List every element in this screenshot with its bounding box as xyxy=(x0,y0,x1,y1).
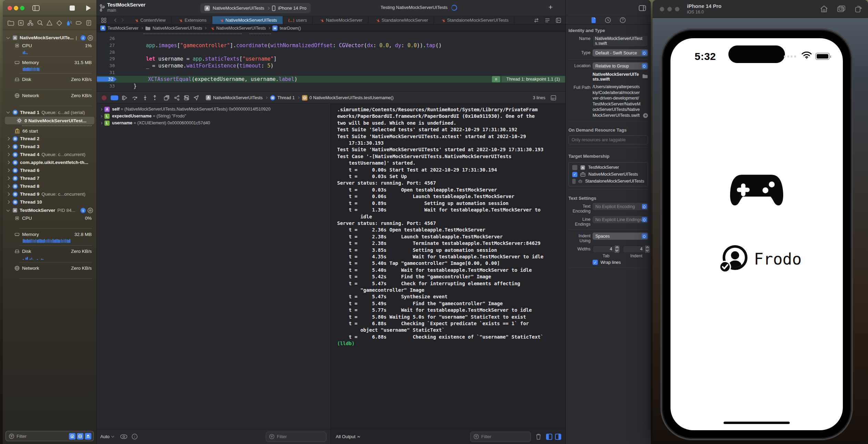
tab-NativeMockServer[interactable]: NativeMockServer xyxy=(313,16,368,24)
history-inspector-tab-icon[interactable] xyxy=(605,17,611,23)
lineendings-popup[interactable]: No Explicit Line Endings xyxy=(593,216,648,223)
minimize-window-button[interactable] xyxy=(667,7,672,11)
disclosure-chevron-icon[interactable] xyxy=(7,177,10,180)
step-over-button[interactable] xyxy=(132,92,138,104)
jumpbar-item[interactable]: NativeMockServerUITests xyxy=(145,26,202,31)
gauge-row-memory[interactable]: Memory32.8 MB xyxy=(3,231,97,238)
line-number[interactable]: 33 xyxy=(97,83,115,89)
step-out-button[interactable] xyxy=(152,92,158,104)
debug-breadcrumb-item[interactable]: 0 NativeMockServerUITests.testUsername() xyxy=(302,95,394,101)
report-navigator-tab[interactable] xyxy=(86,20,92,26)
forward-icon[interactable] xyxy=(120,19,124,22)
variables-view[interactable]: Aself = (NativeMockServerUITests.NativeM… xyxy=(97,104,331,429)
name-field[interactable]: NativeMockServerUITests.swift xyxy=(593,35,648,47)
target-checkbox[interactable]: ✓ xyxy=(572,172,577,177)
target-checkbox[interactable] xyxy=(572,165,577,170)
disclosure-chevron-icon[interactable] xyxy=(7,208,10,211)
close-window-button[interactable] xyxy=(8,6,12,10)
zoom-window-button[interactable] xyxy=(20,6,24,10)
code-line-33[interactable]: 33 } xyxy=(97,83,565,90)
wrap-lines-checkbox[interactable]: ✓ xyxy=(593,260,598,265)
toggle-inspector-icon[interactable] xyxy=(639,5,646,11)
stack-frame-row[interactable]: 66 start xyxy=(3,127,97,135)
navigator-filter-field[interactable]: Filter xyxy=(6,431,94,441)
process-row[interactable]: ATestMockServerPID 84...i xyxy=(3,206,97,215)
tab-NativeMockServerUITests[interactable]: NativeMockServerUITests xyxy=(212,16,283,24)
thread-row[interactable]: Thread 10 xyxy=(3,198,97,206)
target-membership-row[interactable]: StandaloneMockServerUITests xyxy=(569,178,648,185)
console-filter-field[interactable]: Filter xyxy=(470,432,531,442)
target-membership-row[interactable]: ATestMockServer xyxy=(569,164,648,171)
tab-ContentView[interactable]: ContentView xyxy=(127,16,171,24)
disclosure-chevron-icon[interactable] xyxy=(7,200,10,204)
disclosure-chevron-icon[interactable] xyxy=(100,122,102,124)
symbol-navigator-tab[interactable] xyxy=(27,20,33,26)
variables-scope-button[interactable]: Auto xyxy=(100,434,114,439)
gauge-row-disk[interactable]: DiskZero KB/s xyxy=(3,76,97,83)
type-popup[interactable]: Default - Swift Source xyxy=(593,49,648,56)
line-number[interactable]: 28 xyxy=(97,50,115,55)
toggle-navigator-icon[interactable] xyxy=(32,5,40,11)
gauge-row-memory[interactable]: Memory31.5 MB xyxy=(3,59,97,66)
close-window-button[interactable] xyxy=(660,7,664,11)
process-row[interactable]: ANativeMockServerUITe...|i xyxy=(3,33,97,42)
gauge-row-network[interactable]: NetworkZero KB/s xyxy=(3,265,97,271)
source-editor[interactable]: 2627 app.images["gamecontroller"].coordi… xyxy=(97,32,565,91)
thread-row[interactable]: Thread 6 xyxy=(3,166,97,174)
jumpbar-item[interactable]: ATestMockServer xyxy=(100,25,139,31)
code-line-26[interactable]: 26 xyxy=(97,35,565,42)
continue-button[interactable] xyxy=(122,92,127,104)
debug-breadcrumb-item[interactable]: Thread 1 xyxy=(270,95,295,101)
home-icon[interactable] xyxy=(820,5,828,13)
memory-graph-button[interactable] xyxy=(174,92,180,104)
scheme-selector[interactable]: A NativeMockServerUITests iPhone 14 Pro xyxy=(200,3,311,13)
disclosure-chevron-icon[interactable] xyxy=(100,115,102,117)
toggle-console-icon[interactable] xyxy=(555,434,561,440)
thread-row[interactable]: Thread 2 xyxy=(3,135,97,143)
add-editor-button[interactable] xyxy=(556,18,561,23)
target-membership-row[interactable]: ✓NativeMockServerUITests xyxy=(569,171,648,178)
indent-using-popup[interactable]: Spaces xyxy=(593,233,648,240)
thread-row[interactable]: com.apple.uikit.eventfetch-th... xyxy=(3,158,97,166)
tab-Extensions[interactable]: Extensions xyxy=(171,16,212,24)
step-into-button[interactable] xyxy=(142,92,148,104)
stop-button[interactable] xyxy=(70,6,75,11)
issue-navigator-tab[interactable] xyxy=(47,20,52,26)
related-items-button[interactable] xyxy=(534,18,539,23)
code-line-27[interactable]: 27 app.images["gamecontroller"].coordina… xyxy=(97,42,565,49)
gauge-row-cpu[interactable]: CPU1% xyxy=(3,42,97,49)
indent-width-stepper[interactable] xyxy=(645,246,650,253)
debug-navigator-tab[interactable] xyxy=(66,20,72,26)
zoom-window-button[interactable] xyxy=(675,7,679,11)
line-number[interactable]: 31 xyxy=(97,70,115,75)
breakpoint-marker[interactable]: 32 xyxy=(97,76,117,82)
thread-row[interactable]: Thread 9Queue: c...oncurrent) xyxy=(3,190,97,198)
code-line-32[interactable]: 32 XCTAssertEqual(expectedUsername, user… xyxy=(97,76,565,83)
folder-icon[interactable] xyxy=(642,74,648,79)
console-scope-button[interactable]: All Output xyxy=(336,434,360,439)
back-icon[interactable] xyxy=(114,19,118,22)
filter-crashed-button[interactable] xyxy=(77,433,83,440)
code-line-29[interactable]: 29 let username = app.staticTexts["usern… xyxy=(97,55,565,62)
indent-width-field[interactable]: 4 xyxy=(623,246,645,253)
add-tab-button[interactable]: + xyxy=(548,3,553,11)
iphone-screen[interactable]: 5:32 xyxy=(670,38,843,430)
home-indicator[interactable] xyxy=(724,422,790,424)
trash-icon[interactable] xyxy=(536,433,541,440)
disclosure-chevron-icon[interactable] xyxy=(7,161,10,164)
line-number[interactable]: 26 xyxy=(97,36,115,41)
run-button[interactable] xyxy=(85,5,91,11)
debug-view-hierarchy-button[interactable] xyxy=(164,92,170,104)
stack-frame-row[interactable]: 0 NativeMockServerUITest... xyxy=(5,117,94,124)
adjust-editor-button[interactable] xyxy=(545,18,550,23)
goto-arrow-icon[interactable] xyxy=(643,113,648,118)
file-inspector-tab-icon[interactable] xyxy=(591,17,596,23)
location-popup[interactable]: Relative to Group xyxy=(593,62,648,70)
debug-breadcrumb-item[interactable]: ANativeMockServerUITests xyxy=(206,95,263,100)
source-control-tab[interactable] xyxy=(18,20,24,26)
disclosure-chevron-icon[interactable] xyxy=(7,169,10,172)
thread-row[interactable]: Thread 8 xyxy=(3,182,97,190)
record-button[interactable] xyxy=(102,92,107,104)
gauge-row-cpu[interactable]: CPU0% xyxy=(3,215,97,221)
disclosure-chevron-icon[interactable] xyxy=(7,193,10,196)
